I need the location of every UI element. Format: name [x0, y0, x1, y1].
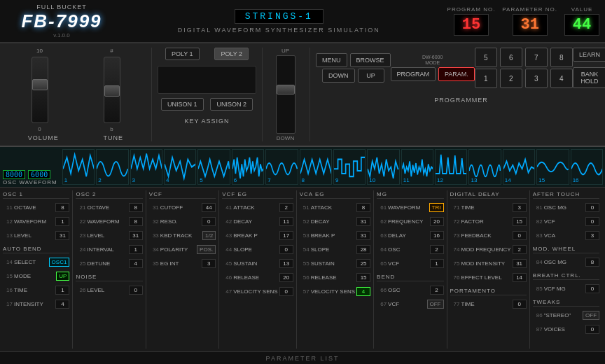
waveform-cell-12[interactable]: 12 [435, 149, 467, 185]
param-value[interactable]: 31 [356, 217, 370, 226]
param-value[interactable]: 8 [129, 217, 143, 226]
param-tag[interactable]: 1/2 [202, 231, 216, 240]
waveform-cell-14[interactable]: 14 [503, 149, 535, 185]
waveform-cell-8[interactable]: 8 [300, 149, 332, 185]
param-tag[interactable]: UP [56, 272, 69, 281]
num-btn-2[interactable]: 2 [500, 69, 522, 88]
param-value[interactable]: 8 [55, 203, 69, 212]
waveform-cell-10[interactable]: 10 [367, 149, 399, 185]
param-value[interactable]: 16 [430, 231, 444, 240]
param-tag[interactable]: TRI [429, 203, 444, 212]
param-value[interactable]: 17 [279, 231, 293, 240]
volume-slider-group: 10 0 [6, 48, 74, 132]
param-tag[interactable]: OFF [583, 311, 599, 320]
param-value[interactable]: 3 [202, 259, 216, 268]
param-value[interactable]: 31 [129, 231, 143, 240]
param-value[interactable]: 0 [202, 217, 216, 226]
param-value[interactable]: 0 [585, 217, 599, 226]
param-button[interactable]: PARAM. [438, 67, 475, 81]
param-value[interactable]: 2 [513, 245, 527, 254]
param-value[interactable]: 4 [356, 287, 370, 296]
column-header: VCF [149, 190, 216, 199]
param-value[interactable]: 2 [430, 245, 444, 254]
num-btn-8[interactable]: 8 [550, 48, 573, 67]
parameter-no-value[interactable]: 31 [513, 14, 548, 36]
tune-slider[interactable] [104, 57, 120, 123]
poly2-button[interactable]: POLY 2 [214, 48, 249, 60]
prog-button[interactable]: PROGRAM [391, 67, 436, 81]
param-value[interactable]: 0 [585, 203, 599, 212]
value-value[interactable]: 44 [564, 14, 599, 36]
preset-name-display[interactable]: STRINGS-1 [235, 9, 324, 24]
param-value[interactable]: 8 [585, 258, 599, 267]
waveform-cell-16[interactable]: 16 [571, 149, 603, 185]
waveform-cell-2[interactable]: 2 [96, 149, 128, 185]
waveform-cell-5[interactable]: 5 [197, 149, 230, 185]
param-value[interactable]: 11 [279, 217, 293, 226]
param-tag[interactable]: OSC1 [49, 258, 70, 267]
waveform-cell-4[interactable]: 4 [164, 149, 196, 185]
param-value[interactable]: 15 [513, 217, 527, 226]
param-value[interactable]: 8 [129, 203, 143, 212]
param-value[interactable]: 28 [356, 245, 370, 254]
volume-slider[interactable] [32, 57, 48, 123]
unison1-button[interactable]: UNISON 1 [161, 98, 204, 111]
param-value[interactable]: 8 [356, 203, 370, 212]
param-value[interactable]: 1 [55, 286, 69, 295]
param-value[interactable]: 0 [279, 287, 293, 296]
param-value[interactable]: 0 [585, 284, 599, 293]
num-btn-7[interactable]: 7 [525, 48, 548, 67]
browse-button[interactable]: BROWSE [350, 53, 391, 67]
waveform-cell-7[interactable]: 7 [265, 149, 298, 185]
param-value[interactable]: 1 [129, 245, 143, 254]
param-value[interactable]: 3 [513, 203, 527, 212]
param-number: 41 [222, 204, 232, 211]
unison2-button[interactable]: UNISON 2 [210, 98, 253, 111]
pitch-slider[interactable] [276, 55, 295, 134]
param-value[interactable]: 20 [279, 273, 293, 282]
param-value[interactable]: 3 [585, 231, 599, 240]
param-value[interactable]: 15 [356, 273, 370, 282]
bank-hold-button[interactable]: BANK HOLD [573, 67, 605, 88]
up-button[interactable]: UP [358, 69, 384, 83]
num-btn-6[interactable]: 6 [500, 48, 522, 67]
waveform-cell-6[interactable]: 6 [232, 149, 264, 185]
param-value[interactable]: 20 [430, 217, 444, 226]
waveform-cell-13[interactable]: 13 [468, 149, 501, 185]
param-value[interactable]: 31 [356, 231, 370, 240]
param-value[interactable]: 4 [55, 300, 69, 309]
param-value[interactable]: 2 [279, 203, 293, 212]
param-value[interactable]: 0 [513, 300, 527, 309]
learn-button[interactable]: LEARN [573, 48, 605, 62]
waveform-cell-3[interactable]: 3 [130, 149, 162, 185]
program-no-value[interactable]: 15 [454, 14, 489, 36]
param-tag[interactable]: OFF [427, 300, 444, 309]
waveform-cell-15[interactable]: 15 [536, 149, 569, 185]
num-btn-3[interactable]: 3 [525, 69, 548, 88]
num-btn-1[interactable]: 1 [475, 69, 497, 88]
param-value[interactable]: 1 [55, 217, 69, 226]
waveform-cell-11[interactable]: 11 [401, 149, 433, 185]
waveform-cell-9[interactable]: 9 [333, 149, 366, 185]
param-value[interactable]: 4 [129, 259, 143, 268]
menu-button[interactable]: MENU [316, 53, 347, 67]
param-value[interactable]: 31 [513, 259, 527, 268]
param-value[interactable]: 25 [356, 259, 370, 268]
param-number: 12 [3, 218, 13, 225]
param-value[interactable]: 44 [202, 203, 216, 212]
param-value[interactable]: 13 [279, 259, 293, 268]
poly1-button[interactable]: POLY 1 [165, 48, 200, 60]
down-button[interactable]: DOWN [322, 69, 355, 83]
num-btn-4[interactable]: 4 [550, 69, 573, 88]
param-value[interactable]: 2 [430, 286, 444, 295]
param-tag[interactable]: POS. [197, 245, 216, 254]
waveform-cell-1[interactable]: 1 [62, 149, 95, 185]
param-value[interactable]: 0 [585, 325, 599, 334]
num-btn-5[interactable]: 5 [475, 48, 497, 67]
param-value[interactable]: 1 [430, 259, 444, 268]
param-value[interactable]: 0 [279, 245, 293, 254]
param-value[interactable]: 31 [55, 231, 69, 240]
param-value[interactable]: 14 [513, 273, 527, 282]
param-value[interactable]: 0 [129, 286, 143, 295]
param-value[interactable]: 0 [513, 231, 527, 240]
